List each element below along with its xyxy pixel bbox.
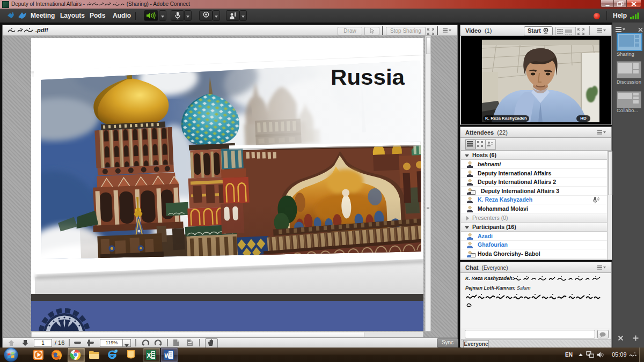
svg-text:.pdf!: .pdf! [35, 27, 48, 33]
svg-text:X: X [147, 352, 151, 359]
svg-text:W: W [165, 352, 171, 359]
svg-text:Russia: Russia [331, 65, 405, 90]
